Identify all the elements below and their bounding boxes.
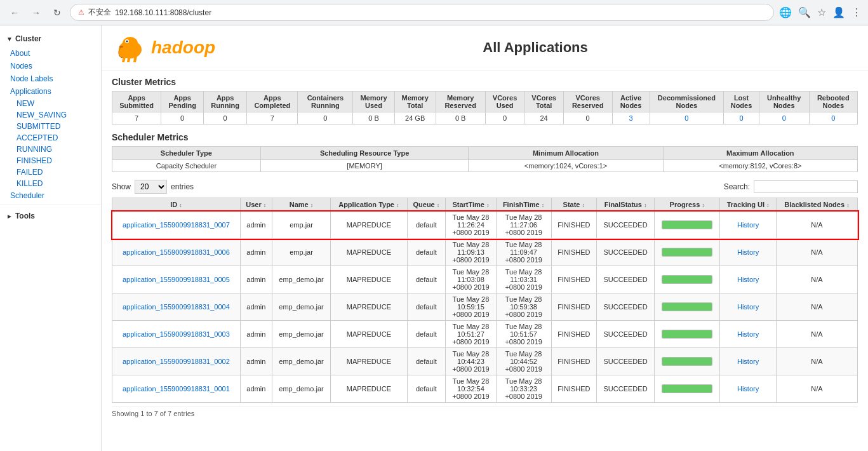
app-tracking-cell[interactable]: History [720, 321, 777, 348]
apps-column-header[interactable]: State ↕ [551, 198, 596, 212]
sidebar-cluster-section[interactable]: ▼ Cluster [0, 30, 101, 47]
metrics-value-cell: 0 B [436, 112, 485, 125]
search-input[interactable] [754, 180, 858, 193]
sort-icon: ↕ [644, 202, 647, 208]
profile-icon[interactable]: 👤 [832, 6, 845, 18]
sidebar-item-submitted[interactable]: SUBMITTED [0, 121, 101, 132]
app-id-cell[interactable]: application_1559009918831_0006 [112, 239, 241, 266]
search-icon[interactable]: 🔍 [798, 6, 811, 18]
app-id-cell-link[interactable]: application_1559009918831_0003 [123, 330, 230, 338]
app-tracking-cell[interactable]: History [720, 266, 777, 293]
app-tracking-cell-link[interactable]: History [737, 221, 759, 229]
bookmark-icon[interactable]: ☆ [817, 6, 826, 18]
app-tracking-cell-link[interactable]: History [737, 248, 759, 256]
entries-select[interactable]: 201050100 [135, 180, 167, 194]
sort-icon: ↕ [264, 202, 267, 208]
app-tracking-cell[interactable]: History [720, 348, 777, 375]
sort-icon: ↕ [437, 202, 440, 208]
sidebar-divider [0, 205, 101, 205]
app-tracking-cell-link[interactable]: History [737, 303, 759, 311]
apps-column-header[interactable]: Progress ↕ [655, 198, 720, 212]
sidebar-cluster-label: Cluster [15, 34, 41, 43]
apps-column-header[interactable]: ID ↕ [112, 198, 241, 212]
tools-arrow-icon: ► [6, 213, 13, 220]
scheduler-header-cell: Minimum Allocation [469, 147, 663, 160]
app-id-cell-link[interactable]: application_1559009918831_0007 [123, 221, 230, 229]
sidebar-item-applications[interactable]: Applications [0, 85, 101, 98]
app-id-cell[interactable]: application_1559009918831_0005 [112, 266, 241, 293]
metrics-header-cell: Apps Submitted [112, 91, 161, 112]
sidebar-tools-label: Tools [15, 212, 35, 220]
metrics-value-cell[interactable]: 3 [612, 112, 650, 125]
app-id-cell[interactable]: application_1559009918831_0004 [112, 293, 241, 321]
sidebar-item-new-saving[interactable]: NEW_SAVING [0, 109, 101, 121]
forward-button[interactable]: → [28, 5, 44, 20]
app-type-cell: MAPREDUCE [331, 293, 407, 321]
app-queue-cell: default [407, 293, 446, 321]
app-progress-cell [655, 212, 720, 239]
app-queue-cell: default [407, 266, 446, 293]
translate-icon[interactable]: 🌐 [779, 6, 792, 18]
app-type-cell: MAPREDUCE [331, 375, 407, 403]
app-queue-cell: default [407, 212, 446, 239]
app-tracking-cell[interactable]: History [720, 293, 777, 321]
apps-column-header[interactable]: FinalStatus ↕ [597, 198, 655, 212]
app-tracking-cell-link[interactable]: History [737, 276, 759, 283]
app-id-cell[interactable]: application_1559009918831_0001 [112, 375, 241, 403]
apps-column-header[interactable]: Application Type ↕ [331, 198, 407, 212]
app-progress-cell [655, 266, 720, 293]
app-id-cell[interactable]: application_1559009918831_0007 [112, 212, 241, 239]
app-user-cell: admin [240, 293, 272, 321]
sidebar-item-failed[interactable]: FAILED [0, 166, 101, 178]
app-tracking-cell[interactable]: History [720, 212, 777, 239]
sidebar-tools-section[interactable]: ► Tools [0, 208, 101, 224]
app-state-cell: FINISHED [551, 293, 596, 321]
app-final-status-cell: SUCCEEDED [597, 375, 655, 403]
apps-column-header[interactable]: Tracking UI ↕ [720, 198, 777, 212]
sidebar-item-scheduler[interactable]: Scheduler [0, 189, 101, 202]
sidebar-item-node-labels[interactable]: Node Labels [0, 72, 101, 85]
app-id-cell-link[interactable]: application_1559009918831_0005 [123, 276, 230, 283]
apps-column-header[interactable]: FinishTime ↕ [496, 198, 551, 212]
app-id-cell-link[interactable]: application_1559009918831_0002 [123, 358, 230, 365]
sidebar-item-about[interactable]: About [0, 47, 101, 60]
app-tracking-cell-link[interactable]: History [737, 385, 759, 393]
app-type-cell: MAPREDUCE [331, 348, 407, 375]
apps-column-header[interactable]: Name ↕ [272, 198, 330, 212]
apps-column-header[interactable]: Blacklisted Nodes ↕ [776, 198, 857, 212]
sidebar-item-finished[interactable]: FINISHED [0, 155, 101, 166]
back-button[interactable]: ← [6, 5, 23, 20]
sidebar-item-killed[interactable]: KILLED [0, 178, 101, 189]
app-final-status-cell: SUCCEEDED [597, 293, 655, 321]
app-tracking-cell-link[interactable]: History [737, 330, 759, 338]
sidebar-item-nodes[interactable]: Nodes [0, 60, 101, 72]
app-id-cell[interactable]: application_1559009918831_0002 [112, 348, 241, 375]
reload-button[interactable]: ↻ [50, 5, 65, 20]
app-tracking-cell[interactable]: History [720, 375, 777, 403]
apps-column-header[interactable]: User ↕ [240, 198, 272, 212]
app-container: ▼ Cluster About Nodes Node Labels Applic… [0, 25, 868, 451]
apps-column-header[interactable]: StartTime ↕ [446, 198, 496, 212]
metrics-header-cell: Apps Pending [161, 91, 204, 112]
apps-column-header[interactable]: Queue ↕ [407, 198, 446, 212]
metrics-value-cell: 24 [524, 112, 563, 125]
app-id-cell[interactable]: application_1559009918831_0003 [112, 321, 241, 348]
sidebar-item-running[interactable]: RUNNING [0, 144, 101, 155]
app-id-cell-link[interactable]: application_1559009918831_0001 [123, 385, 230, 393]
sidebar-item-accepted[interactable]: ACCEPTED [0, 132, 101, 144]
app-tracking-cell-link[interactable]: History [737, 358, 759, 365]
sidebar-item-new[interactable]: NEW [0, 98, 101, 109]
app-queue-cell: default [407, 321, 446, 348]
address-bar[interactable]: ⚠ 不安全 192.168.10.111:8088/cluster [70, 4, 774, 21]
scheduler-value-cell: <memory:8192, vCores:8> [663, 160, 857, 172]
scheduler-metrics-table: Scheduler TypeScheduling Resource TypeMi… [112, 146, 858, 172]
menu-icon[interactable]: ⋮ [851, 6, 862, 18]
metrics-header-cell: Unhealthy Nodes [759, 91, 809, 112]
metrics-value-cell: 7 [112, 112, 161, 125]
metrics-header-cell: Memory Total [394, 91, 436, 112]
app-tracking-cell[interactable]: History [720, 239, 777, 266]
app-start-cell: Tue May 28 11:03:08 +0800 2019 [446, 266, 496, 293]
app-id-cell-link[interactable]: application_1559009918831_0004 [123, 303, 230, 311]
app-id-cell-link[interactable]: application_1559009918831_0006 [123, 248, 230, 256]
svg-point-3 [126, 41, 128, 43]
